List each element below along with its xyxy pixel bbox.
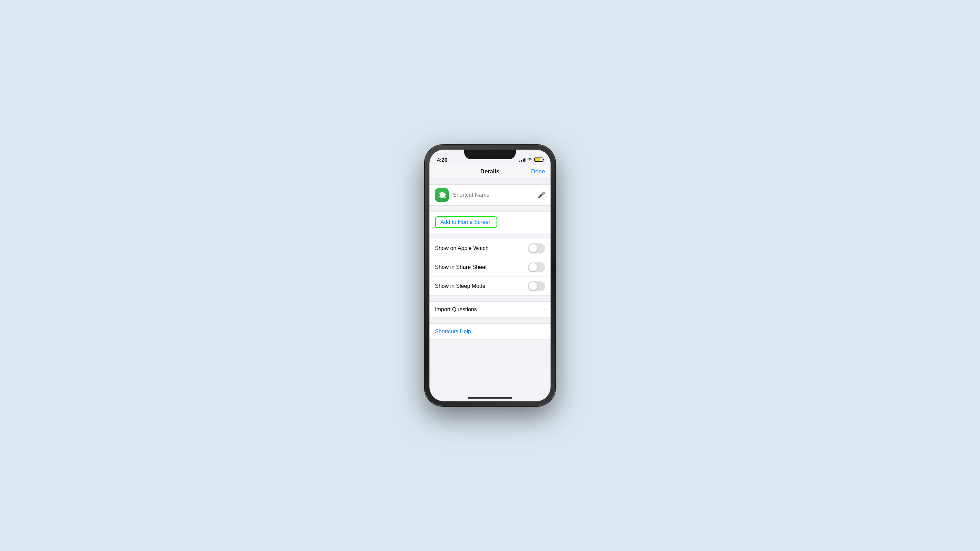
toggle-apple-watch[interactable]	[528, 243, 545, 254]
import-questions-section: Import Questions ›	[430, 301, 550, 318]
import-questions-label: Import Questions	[435, 306, 477, 313]
signal-bar-1	[519, 160, 520, 162]
signal-bar-2	[521, 160, 522, 162]
add-home-row: Add to Home Screen	[430, 211, 550, 233]
phone-device: 4:26	[425, 145, 555, 406]
toggle-label-share-sheet: Show in Share Sheet	[435, 264, 487, 270]
chevron-right-icon: ›	[543, 306, 545, 313]
shortcuts-help-section: Shortcuts Help	[430, 323, 550, 340]
phone-screen: 4:26	[430, 149, 550, 402]
battery-icon	[535, 157, 543, 162]
done-button[interactable]: Done	[531, 168, 545, 175]
toggle-row-apple-watch: Show on Apple Watch	[430, 239, 550, 257]
toggle-sleep-mode[interactable]	[528, 281, 545, 291]
shortcut-app-icon[interactable]	[435, 188, 449, 202]
nav-bar: Details Done	[430, 165, 550, 179]
shortcuts-help-row: Shortcuts Help	[430, 324, 550, 340]
shortcut-name-row: 🎤	[430, 185, 550, 205]
toggles-section: Show on Apple Watch Show in Share Sheet …	[430, 239, 550, 296]
signal-bar-4	[524, 158, 525, 162]
add-to-home-screen-button[interactable]: Add to Home Screen	[435, 216, 497, 228]
toggle-label-sleep-mode: Show in Sleep Mode	[435, 283, 485, 289]
home-indicator	[468, 397, 512, 399]
toggle-row-sleep-mode: Show in Sleep Mode	[430, 276, 550, 295]
battery-fill	[535, 158, 540, 161]
nav-title: Details	[449, 168, 531, 175]
shortcuts-icon	[438, 191, 446, 200]
screen-content: Details Done 🎤	[430, 165, 550, 402]
phone-notch	[464, 149, 516, 159]
status-time: 4:26	[437, 157, 447, 163]
import-questions-row[interactable]: Import Questions ›	[430, 302, 550, 318]
add-home-section: Add to Home Screen	[430, 211, 550, 233]
signal-bar-3	[523, 159, 524, 162]
toggle-share-sheet[interactable]	[528, 262, 545, 272]
signal-icon	[519, 157, 525, 162]
toggle-row-share-sheet: Show in Share Sheet	[430, 257, 550, 276]
shortcut-name-section: 🎤	[430, 184, 550, 206]
wifi-icon	[527, 157, 533, 162]
shortcut-name-input[interactable]	[453, 192, 533, 198]
status-icons	[519, 157, 543, 162]
mic-icon[interactable]: 🎤	[538, 191, 545, 199]
shortcuts-help-link[interactable]: Shortcuts Help	[435, 329, 471, 334]
toggle-label-apple-watch: Show on Apple Watch	[435, 245, 488, 251]
